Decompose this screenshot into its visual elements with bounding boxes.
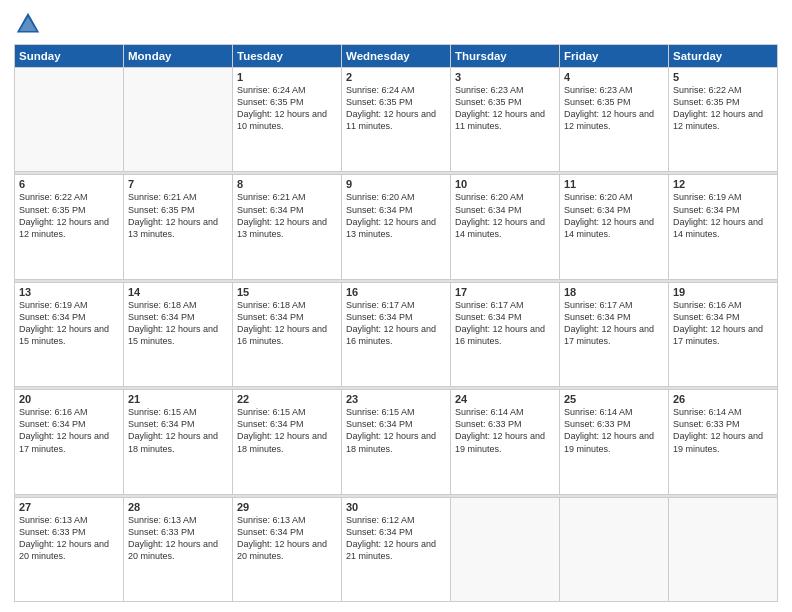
day-info: Sunrise: 6:17 AM Sunset: 6:34 PM Dayligh… — [455, 299, 555, 348]
logo-icon — [14, 10, 42, 38]
day-info: Sunrise: 6:16 AM Sunset: 6:34 PM Dayligh… — [673, 299, 773, 348]
day-number: 19 — [673, 286, 773, 298]
calendar-cell: 8Sunrise: 6:21 AM Sunset: 6:34 PM Daylig… — [233, 175, 342, 279]
day-number: 2 — [346, 71, 446, 83]
calendar-cell: 4Sunrise: 6:23 AM Sunset: 6:35 PM Daylig… — [560, 68, 669, 172]
day-info: Sunrise: 6:22 AM Sunset: 6:35 PM Dayligh… — [673, 84, 773, 133]
calendar-cell: 12Sunrise: 6:19 AM Sunset: 6:34 PM Dayli… — [669, 175, 778, 279]
day-number: 5 — [673, 71, 773, 83]
day-info: Sunrise: 6:15 AM Sunset: 6:34 PM Dayligh… — [237, 406, 337, 455]
day-number: 9 — [346, 178, 446, 190]
day-number: 18 — [564, 286, 664, 298]
weekday-header: Thursday — [451, 45, 560, 68]
day-number: 24 — [455, 393, 555, 405]
calendar-cell: 13Sunrise: 6:19 AM Sunset: 6:34 PM Dayli… — [15, 282, 124, 386]
day-info: Sunrise: 6:21 AM Sunset: 6:34 PM Dayligh… — [237, 191, 337, 240]
calendar-cell: 26Sunrise: 6:14 AM Sunset: 6:33 PM Dayli… — [669, 390, 778, 494]
calendar-cell — [560, 497, 669, 601]
calendar-cell: 10Sunrise: 6:20 AM Sunset: 6:34 PM Dayli… — [451, 175, 560, 279]
day-number: 27 — [19, 501, 119, 513]
calendar-cell: 19Sunrise: 6:16 AM Sunset: 6:34 PM Dayli… — [669, 282, 778, 386]
calendar-cell: 2Sunrise: 6:24 AM Sunset: 6:35 PM Daylig… — [342, 68, 451, 172]
calendar-cell: 21Sunrise: 6:15 AM Sunset: 6:34 PM Dayli… — [124, 390, 233, 494]
day-info: Sunrise: 6:13 AM Sunset: 6:33 PM Dayligh… — [19, 514, 119, 563]
calendar-cell: 3Sunrise: 6:23 AM Sunset: 6:35 PM Daylig… — [451, 68, 560, 172]
day-number: 14 — [128, 286, 228, 298]
day-number: 29 — [237, 501, 337, 513]
day-number: 7 — [128, 178, 228, 190]
calendar-cell: 16Sunrise: 6:17 AM Sunset: 6:34 PM Dayli… — [342, 282, 451, 386]
calendar-cell: 20Sunrise: 6:16 AM Sunset: 6:34 PM Dayli… — [15, 390, 124, 494]
calendar-cell: 30Sunrise: 6:12 AM Sunset: 6:34 PM Dayli… — [342, 497, 451, 601]
day-info: Sunrise: 6:17 AM Sunset: 6:34 PM Dayligh… — [346, 299, 446, 348]
weekday-header: Saturday — [669, 45, 778, 68]
calendar-cell — [451, 497, 560, 601]
day-info: Sunrise: 6:12 AM Sunset: 6:34 PM Dayligh… — [346, 514, 446, 563]
day-info: Sunrise: 6:20 AM Sunset: 6:34 PM Dayligh… — [564, 191, 664, 240]
day-number: 16 — [346, 286, 446, 298]
day-info: Sunrise: 6:13 AM Sunset: 6:34 PM Dayligh… — [237, 514, 337, 563]
day-number: 4 — [564, 71, 664, 83]
calendar-cell: 29Sunrise: 6:13 AM Sunset: 6:34 PM Dayli… — [233, 497, 342, 601]
day-info: Sunrise: 6:21 AM Sunset: 6:35 PM Dayligh… — [128, 191, 228, 240]
day-info: Sunrise: 6:24 AM Sunset: 6:35 PM Dayligh… — [237, 84, 337, 133]
calendar-cell: 9Sunrise: 6:20 AM Sunset: 6:34 PM Daylig… — [342, 175, 451, 279]
day-info: Sunrise: 6:14 AM Sunset: 6:33 PM Dayligh… — [673, 406, 773, 455]
day-number: 11 — [564, 178, 664, 190]
day-info: Sunrise: 6:20 AM Sunset: 6:34 PM Dayligh… — [346, 191, 446, 240]
calendar-cell: 18Sunrise: 6:17 AM Sunset: 6:34 PM Dayli… — [560, 282, 669, 386]
day-number: 6 — [19, 178, 119, 190]
calendar-cell: 25Sunrise: 6:14 AM Sunset: 6:33 PM Dayli… — [560, 390, 669, 494]
logo — [14, 10, 44, 38]
day-number: 13 — [19, 286, 119, 298]
day-number: 28 — [128, 501, 228, 513]
calendar-cell: 27Sunrise: 6:13 AM Sunset: 6:33 PM Dayli… — [15, 497, 124, 601]
calendar-cell: 24Sunrise: 6:14 AM Sunset: 6:33 PM Dayli… — [451, 390, 560, 494]
calendar-cell: 6Sunrise: 6:22 AM Sunset: 6:35 PM Daylig… — [15, 175, 124, 279]
weekday-header: Sunday — [15, 45, 124, 68]
day-info: Sunrise: 6:19 AM Sunset: 6:34 PM Dayligh… — [19, 299, 119, 348]
calendar-week-row: 20Sunrise: 6:16 AM Sunset: 6:34 PM Dayli… — [15, 390, 778, 494]
day-number: 21 — [128, 393, 228, 405]
day-info: Sunrise: 6:18 AM Sunset: 6:34 PM Dayligh… — [237, 299, 337, 348]
calendar-cell: 17Sunrise: 6:17 AM Sunset: 6:34 PM Dayli… — [451, 282, 560, 386]
day-info: Sunrise: 6:23 AM Sunset: 6:35 PM Dayligh… — [455, 84, 555, 133]
day-number: 8 — [237, 178, 337, 190]
day-number: 22 — [237, 393, 337, 405]
calendar-cell: 23Sunrise: 6:15 AM Sunset: 6:34 PM Dayli… — [342, 390, 451, 494]
calendar-week-row: 13Sunrise: 6:19 AM Sunset: 6:34 PM Dayli… — [15, 282, 778, 386]
calendar-cell: 28Sunrise: 6:13 AM Sunset: 6:33 PM Dayli… — [124, 497, 233, 601]
day-number: 1 — [237, 71, 337, 83]
day-info: Sunrise: 6:19 AM Sunset: 6:34 PM Dayligh… — [673, 191, 773, 240]
header — [14, 10, 778, 38]
calendar-cell: 14Sunrise: 6:18 AM Sunset: 6:34 PM Dayli… — [124, 282, 233, 386]
calendar-cell: 1Sunrise: 6:24 AM Sunset: 6:35 PM Daylig… — [233, 68, 342, 172]
day-info: Sunrise: 6:23 AM Sunset: 6:35 PM Dayligh… — [564, 84, 664, 133]
calendar-cell: 22Sunrise: 6:15 AM Sunset: 6:34 PM Dayli… — [233, 390, 342, 494]
calendar-cell: 5Sunrise: 6:22 AM Sunset: 6:35 PM Daylig… — [669, 68, 778, 172]
calendar-cell — [15, 68, 124, 172]
calendar-week-row: 6Sunrise: 6:22 AM Sunset: 6:35 PM Daylig… — [15, 175, 778, 279]
weekday-header: Monday — [124, 45, 233, 68]
day-info: Sunrise: 6:14 AM Sunset: 6:33 PM Dayligh… — [564, 406, 664, 455]
day-info: Sunrise: 6:20 AM Sunset: 6:34 PM Dayligh… — [455, 191, 555, 240]
day-info: Sunrise: 6:14 AM Sunset: 6:33 PM Dayligh… — [455, 406, 555, 455]
page: SundayMondayTuesdayWednesdayThursdayFrid… — [0, 0, 792, 612]
day-number: 20 — [19, 393, 119, 405]
day-info: Sunrise: 6:16 AM Sunset: 6:34 PM Dayligh… — [19, 406, 119, 455]
day-info: Sunrise: 6:15 AM Sunset: 6:34 PM Dayligh… — [346, 406, 446, 455]
day-number: 12 — [673, 178, 773, 190]
day-number: 17 — [455, 286, 555, 298]
day-number: 25 — [564, 393, 664, 405]
calendar-cell — [124, 68, 233, 172]
day-number: 10 — [455, 178, 555, 190]
day-number: 3 — [455, 71, 555, 83]
weekday-header: Wednesday — [342, 45, 451, 68]
day-number: 26 — [673, 393, 773, 405]
day-number: 23 — [346, 393, 446, 405]
calendar-cell: 11Sunrise: 6:20 AM Sunset: 6:34 PM Dayli… — [560, 175, 669, 279]
day-info: Sunrise: 6:24 AM Sunset: 6:35 PM Dayligh… — [346, 84, 446, 133]
day-info: Sunrise: 6:18 AM Sunset: 6:34 PM Dayligh… — [128, 299, 228, 348]
calendar-cell — [669, 497, 778, 601]
day-info: Sunrise: 6:15 AM Sunset: 6:34 PM Dayligh… — [128, 406, 228, 455]
